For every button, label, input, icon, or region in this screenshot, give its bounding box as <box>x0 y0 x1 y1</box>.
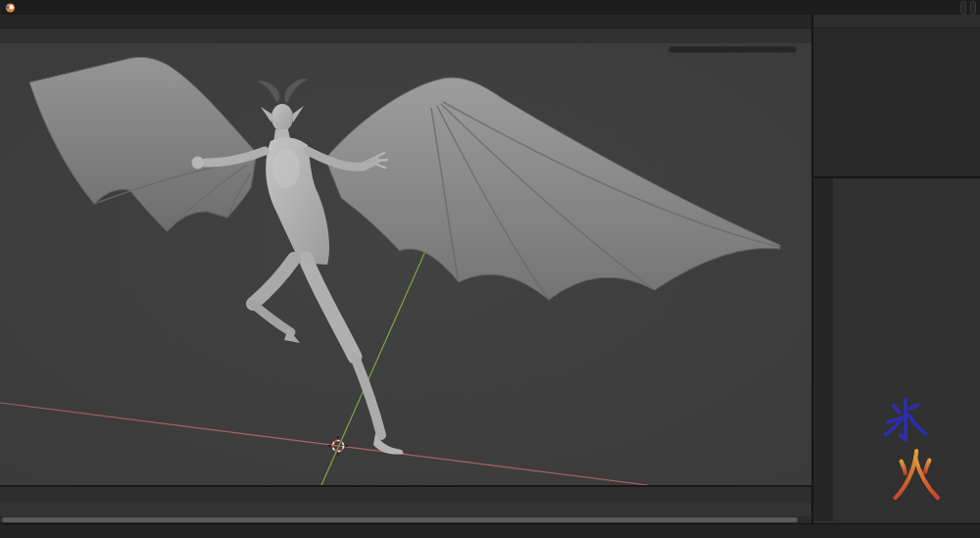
outliner <box>811 15 980 176</box>
scene-selector[interactable] <box>960 1 966 15</box>
blender-logo-icon[interactable] <box>4 1 17 14</box>
head <box>271 104 293 131</box>
sidebar-transform-panel <box>669 47 796 52</box>
outliner-header <box>813 15 980 28</box>
view-layer-selector[interactable] <box>970 1 976 15</box>
timeline-scrollbar[interactable] <box>2 517 798 522</box>
timeline <box>0 485 811 523</box>
properties-tabs <box>813 178 833 521</box>
right-fist <box>192 157 205 170</box>
timeline-ruler[interactable] <box>0 503 811 516</box>
statusbar <box>0 523 980 538</box>
properties-content <box>834 178 980 521</box>
viewport-header <box>0 28 811 43</box>
viewport-scene <box>0 43 811 485</box>
properties-editor <box>811 176 980 523</box>
timeline-header <box>0 487 811 503</box>
chest-highlight <box>272 149 300 188</box>
timeline-scroll-strip <box>0 516 811 523</box>
blender-window <box>0 0 980 538</box>
tool-settings-bar <box>0 15 811 28</box>
topbar <box>0 0 980 15</box>
viewport-3d[interactable] <box>0 43 811 485</box>
